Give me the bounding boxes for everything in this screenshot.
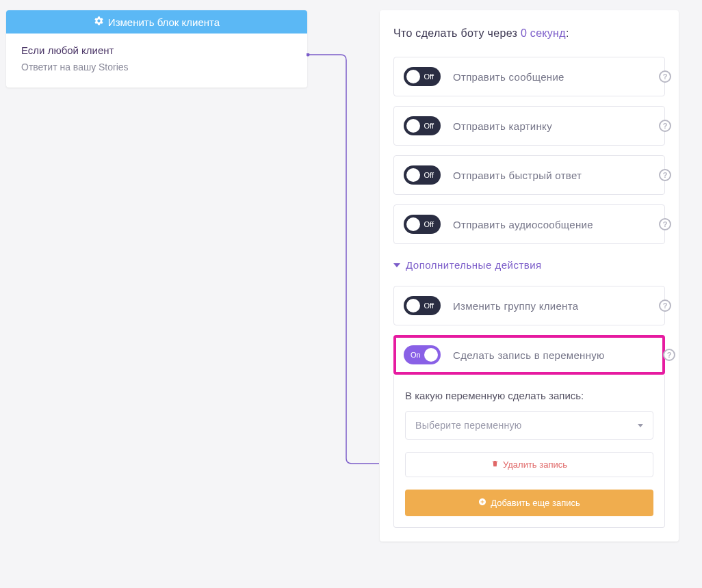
- help-icon[interactable]: ?: [659, 169, 671, 181]
- toggle-send-message[interactable]: Off: [404, 67, 441, 86]
- toggle-knob: [406, 168, 420, 182]
- action-label: Отправить быстрый ответ: [453, 170, 655, 181]
- toggle-quick-reply[interactable]: Off: [404, 165, 441, 185]
- caret-down-icon: [638, 424, 643, 427]
- gear-icon: [94, 16, 104, 28]
- toggle-state-label: On: [411, 351, 421, 359]
- bot-actions-panel: Что сделать боту через 0 секунд: Off Отп…: [380, 10, 679, 542]
- additional-actions-label: Дополнительные действия: [406, 259, 542, 271]
- action-label: Отправить сообщение: [453, 71, 655, 83]
- toggle-send-audio[interactable]: Off: [404, 215, 441, 234]
- action-label: Отправить аудиосообщение: [453, 219, 655, 230]
- chevron-down-icon: [393, 263, 400, 267]
- action-quick-reply: Off Отправить быстрый ответ ?: [393, 155, 665, 195]
- edit-client-block-button[interactable]: Изменить блок клиента: [6, 10, 307, 34]
- action-change-group: Off Изменить группу клиента ?: [393, 286, 665, 325]
- connector-line: [307, 53, 380, 466]
- help-icon[interactable]: ?: [659, 120, 671, 132]
- action-write-variable: On Сделать запись в переменную: [393, 335, 665, 375]
- toggle-knob: [406, 217, 420, 231]
- action-send-audio: Off Отправить аудиосообщение ?: [393, 204, 665, 244]
- help-icon[interactable]: ?: [659, 299, 671, 312]
- edit-block-label: Изменить блок клиента: [108, 16, 220, 28]
- toggle-state-label: Off: [424, 72, 434, 81]
- toggle-state-label: Off: [424, 220, 434, 228]
- toggle-state-label: Off: [424, 302, 434, 310]
- help-icon[interactable]: ?: [663, 349, 675, 361]
- toggle-knob: [424, 348, 438, 362]
- toggle-knob: [406, 299, 420, 312]
- client-condition-line2: Ответит на вашу Stories: [21, 62, 292, 72]
- title-prefix: Что сделать боту через: [393, 27, 521, 39]
- client-condition-line1: Если любой клиент: [21, 44, 292, 56]
- toggle-send-image[interactable]: Off: [404, 116, 441, 135]
- delete-record-label: Удалить запись: [503, 459, 567, 470]
- client-block-panel: Изменить блок клиента Если любой клиент …: [6, 10, 307, 88]
- add-record-button[interactable]: Добавить еще запись: [405, 490, 653, 516]
- additional-actions-toggle[interactable]: Дополнительные действия: [393, 259, 665, 271]
- delete-record-button[interactable]: Удалить запись: [405, 452, 653, 477]
- toggle-knob: [406, 70, 420, 83]
- plus-circle-icon: [478, 498, 486, 508]
- panel-title: Что сделать боту через 0 секунд:: [393, 27, 665, 40]
- variable-section-label: В какую переменную сделать запись:: [405, 390, 653, 401]
- add-record-label: Добавить еще запись: [491, 498, 580, 508]
- client-block-body: Если любой клиент Ответит на вашу Storie…: [6, 34, 307, 88]
- toggle-change-group[interactable]: Off: [404, 296, 441, 315]
- variable-select-placeholder: Выберите переменную: [415, 420, 522, 431]
- action-send-image: Off Отправить картинку ?: [393, 106, 665, 146]
- action-label: Изменить группу клиента: [453, 300, 655, 312]
- action-label: Отправить картинку: [453, 120, 655, 132]
- trash-icon: [491, 459, 499, 470]
- toggle-write-variable[interactable]: On: [404, 345, 441, 364]
- toggle-state-label: Off: [424, 122, 434, 130]
- toggle-state-label: Off: [424, 171, 434, 179]
- variable-select[interactable]: Выберите переменную: [405, 411, 653, 440]
- action-label: Сделать запись в переменную: [453, 349, 655, 361]
- variable-section: В какую переменную сделать запись: Выбер…: [393, 375, 665, 528]
- action-send-message: Off Отправить сообщение ?: [393, 57, 665, 96]
- help-icon[interactable]: ?: [659, 70, 671, 83]
- help-icon[interactable]: ?: [659, 218, 671, 230]
- title-seconds: 0 секунд: [521, 27, 566, 39]
- title-suffix: :: [566, 27, 569, 39]
- highlighted-action-wrap: On Сделать запись в переменную ?: [393, 335, 665, 375]
- toggle-knob: [406, 119, 420, 133]
